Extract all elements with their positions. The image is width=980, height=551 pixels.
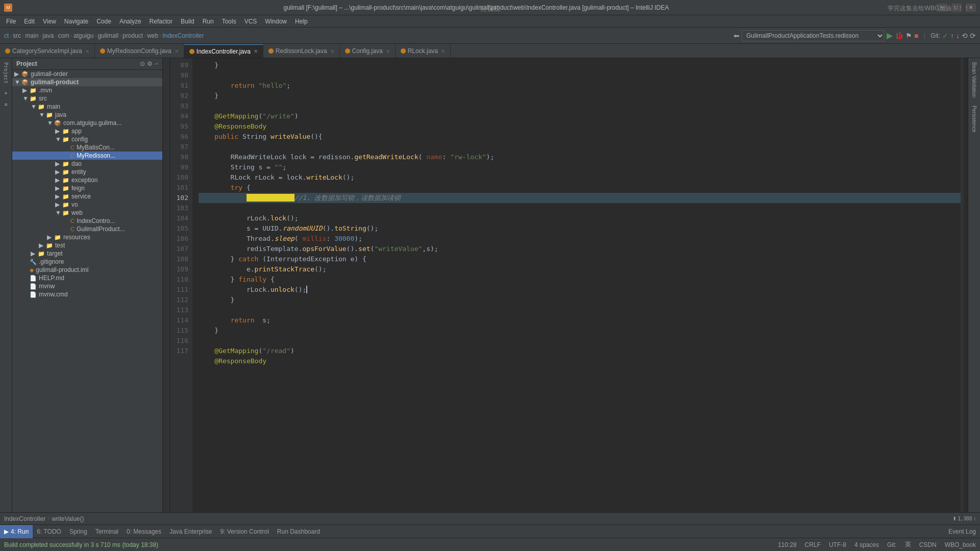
bc-product[interactable]: product xyxy=(122,32,143,39)
tab-close-icon[interactable]: ✕ xyxy=(330,48,334,54)
git-button[interactable]: Git: xyxy=(930,32,940,39)
debug-button[interactable]: 🐞 xyxy=(895,32,903,40)
menu-file[interactable]: File xyxy=(2,17,20,26)
list-item[interactable]: ▶ 📁 test xyxy=(12,241,162,249)
minimize-button[interactable]: ─ xyxy=(937,4,947,12)
list-item[interactable]: C IndexContro... xyxy=(12,217,162,225)
tab-terminal[interactable]: Terminal xyxy=(91,525,122,538)
list-item[interactable]: ▼ 📁 web xyxy=(12,209,162,217)
favorites-icon[interactable]: ★ xyxy=(4,90,7,95)
tab-close-icon[interactable]: ✕ xyxy=(386,48,390,54)
list-item[interactable]: C GulimallProduct... xyxy=(12,225,162,233)
list-item[interactable]: ▶ 📁 resources xyxy=(12,233,162,241)
list-item[interactable]: ▶ 📁 .mvn xyxy=(12,86,162,94)
menu-view[interactable]: View xyxy=(39,17,60,26)
code-editor[interactable]: 89 90 91 92 93 94 95 96 97 98 99 100 101… xyxy=(163,58,968,512)
tab-eventlog[interactable]: Event Log xyxy=(944,525,980,538)
menu-window[interactable]: Window xyxy=(261,17,291,26)
bc-ct[interactable]: ct xyxy=(4,32,9,39)
run-button[interactable]: ▶ xyxy=(887,31,893,40)
coverage-button[interactable]: ⚑ xyxy=(905,32,912,40)
list-item[interactable]: ▶ 📁 service xyxy=(12,192,162,201)
run-config-selector[interactable]: GulimallProductApplicationTests.redisson xyxy=(742,30,885,41)
tab-enterprise[interactable]: Java Enterprise xyxy=(165,525,216,538)
indent-settings[interactable]: 4 spaces xyxy=(854,541,879,548)
tab-close-icon[interactable]: ✕ xyxy=(254,48,258,54)
list-item[interactable]: ▶ 📁 entity xyxy=(12,168,162,176)
bc-indexcontroller[interactable]: IndexController xyxy=(4,515,45,522)
tree-locate-btn[interactable]: ⊙ xyxy=(140,60,145,67)
encoding[interactable]: UTF-8 xyxy=(829,541,846,548)
git-down[interactable]: ↓ xyxy=(956,32,960,40)
list-item[interactable]: ◆ gulimall-product.iml xyxy=(12,266,162,274)
menu-help[interactable]: Help xyxy=(291,17,312,26)
code-content[interactable]: } return "hello"; } @GetMapping("/write"… xyxy=(192,58,961,512)
tab-run[interactable]: ▶ 4: Run xyxy=(0,525,33,538)
tab-redissonlock[interactable]: RedissonLock.java ✕ xyxy=(263,44,340,58)
list-item[interactable]: ▶ 📦 gulimall-order xyxy=(12,70,162,78)
bc-gulimall[interactable]: gulimall xyxy=(97,32,118,39)
list-item[interactable]: ▼ 📁 main xyxy=(12,103,162,111)
bc-java[interactable]: java xyxy=(42,32,54,39)
tab-rlock[interactable]: RLock.java ✕ xyxy=(396,44,451,58)
tab-rundashboard[interactable]: Run Dashboard xyxy=(273,525,324,538)
tab-todo[interactable]: 6: TODO xyxy=(33,525,65,538)
stop-button[interactable]: ■ xyxy=(914,32,918,40)
menu-refactor[interactable]: Refactor xyxy=(145,17,177,26)
list-item[interactable]: C MyRedisson... xyxy=(12,152,162,160)
navigate-back-button[interactable]: ⬅ xyxy=(733,32,740,40)
git-up[interactable]: ↑ xyxy=(950,32,954,40)
menu-analyze[interactable]: Analyze xyxy=(115,17,145,26)
list-item[interactable]: ▶ 📁 dao xyxy=(12,160,162,168)
list-item[interactable]: 📄 mvnw xyxy=(12,282,162,290)
list-item[interactable]: ▼ 📁 src xyxy=(12,94,162,103)
list-item[interactable]: 🔧 .gitignore xyxy=(12,258,162,266)
tab-indexcontroller[interactable]: IndexController.java ✕ xyxy=(184,44,263,58)
tab-categoryserviceimpl[interactable]: CategoryServiceImpl.java ✕ xyxy=(0,44,95,58)
history-button[interactable]: ⟲ xyxy=(962,32,968,40)
tab-versioncontrol[interactable]: 9: Version Control xyxy=(216,525,273,538)
persistence-panel[interactable]: Persistence xyxy=(971,106,977,132)
list-item[interactable]: ▼ 📦 gulimall-product xyxy=(12,78,162,86)
bc-com[interactable]: com xyxy=(58,32,69,39)
bc-indexcontroller[interactable]: IndexController xyxy=(162,32,204,39)
bc-web[interactable]: web xyxy=(147,32,158,39)
tree-collapse-btn[interactable]: − xyxy=(155,60,158,67)
menu-edit[interactable]: Edit xyxy=(20,17,39,26)
bc-main[interactable]: main xyxy=(25,32,38,39)
menu-tools[interactable]: Tools xyxy=(218,17,240,26)
lang-flag[interactable]: 英 xyxy=(905,540,911,549)
menu-run[interactable]: Run xyxy=(199,17,218,26)
bc-src[interactable]: src xyxy=(13,32,21,39)
list-item[interactable]: ▶ 📁 target xyxy=(12,249,162,258)
bc-atguigu[interactable]: atguigu xyxy=(74,32,93,39)
git-check[interactable]: ✓ xyxy=(942,32,948,40)
tab-close-icon[interactable]: ✕ xyxy=(441,48,445,54)
bc-writevalue[interactable]: writeValue() xyxy=(52,515,84,522)
cursor-position[interactable]: 110:28 xyxy=(778,541,797,548)
maximize-button[interactable]: □ xyxy=(951,4,962,12)
redo-button[interactable]: ⟳ xyxy=(970,32,976,40)
list-item[interactable]: ▶ 📁 vo xyxy=(12,201,162,209)
list-item[interactable]: ▼ 📦 com.atguigu.gulima... xyxy=(12,119,162,127)
tab-messages[interactable]: 0: Messages xyxy=(122,525,165,538)
list-item[interactable]: ▶ 📁 feign xyxy=(12,184,162,192)
tab-myredissonconfig[interactable]: MyRedissonConfig.java ✕ xyxy=(95,44,184,58)
list-item[interactable]: 📄 mvnw.cmd xyxy=(12,290,162,298)
project-panel-icon[interactable]: Project xyxy=(3,62,9,84)
list-item[interactable]: ▼ 📁 java xyxy=(12,111,162,119)
list-item[interactable]: 📄 HELP.md xyxy=(12,274,162,282)
list-item[interactable]: ▶ 📁 exception xyxy=(12,176,162,184)
menu-code[interactable]: Code xyxy=(92,17,115,26)
list-item[interactable]: C MyBatisCon... xyxy=(12,143,162,152)
list-item[interactable]: ▶ 📁 app xyxy=(12,127,162,135)
structure-icon[interactable]: ≡ xyxy=(4,102,7,107)
tab-config[interactable]: Config.java ✕ xyxy=(340,44,396,58)
menu-build[interactable]: Build xyxy=(177,17,199,26)
menu-navigate[interactable]: Navigate xyxy=(60,17,92,26)
tree-settings-btn[interactable]: ⚙ xyxy=(147,60,153,67)
line-ending[interactable]: CRLF xyxy=(805,541,821,548)
bean-validation-panel[interactable]: Bean Validation xyxy=(971,62,977,97)
list-item[interactable]: ▼ 📁 config xyxy=(12,135,162,143)
scroll-to-top[interactable]: ⬆ 1, 388 ↕ xyxy=(952,516,976,521)
